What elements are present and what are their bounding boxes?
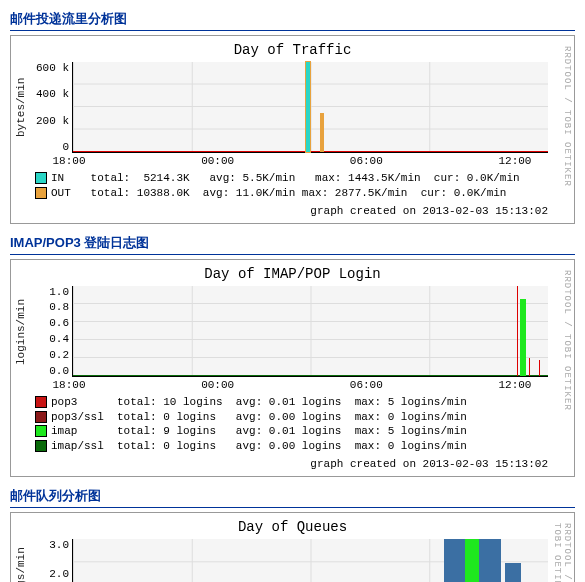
swatch-imap — [35, 425, 47, 437]
chart-footer: graph created on 2013-02-03 15:13:02 — [15, 458, 548, 470]
swatch-out — [35, 187, 47, 199]
swatch-pop3ssl — [35, 411, 47, 423]
swatch-imapssl — [35, 440, 47, 452]
plot-area-login — [72, 286, 548, 377]
section-heading-login: IMAP/POP3 登陆日志图 — [10, 234, 575, 255]
y-axis-label: bytes/min — [15, 62, 29, 153]
swatch-pop3 — [35, 396, 47, 408]
rrdtool-credit: RRDTOOL / TOBI OETIKER — [552, 523, 572, 582]
swatch-in — [35, 172, 47, 184]
legend-login: pop3 total: 10 logins avg: 0.01 logins m… — [35, 395, 570, 454]
chart-footer: graph created on 2013-02-03 15:13:02 — [15, 205, 548, 217]
rrdtool-credit: RRDTOOL / TOBI OETIKER — [562, 270, 572, 411]
y-axis-label: msgs/min — [15, 539, 29, 582]
y-axis-ticks: 3.0 2.0 1.0 — [29, 539, 72, 582]
rrdtool-credit: RRDTOOL / TOBI OETIKER — [562, 46, 572, 187]
chart-login: RRDTOOL / TOBI OETIKER Day of IMAP/POP L… — [10, 259, 575, 477]
plot-area-queues — [72, 539, 548, 582]
y-axis-ticks: 1.0 0.8 0.6 0.4 0.2 0.0 — [29, 286, 72, 377]
x-axis-ticks: 18:00 00:00 06:00 12:00 — [69, 377, 548, 391]
chart-traffic: RRDTOOL / TOBI OETIKER Day of Traffic by… — [10, 35, 575, 224]
chart-title: Day of IMAP/POP Login — [15, 266, 570, 282]
chart-title: Day of Queues — [15, 519, 570, 535]
chart-queues: RRDTOOL / TOBI OETIKER Day of Queues msg… — [10, 512, 575, 582]
legend-traffic: IN total: 5214.3K avg: 5.5K/min max: 144… — [35, 171, 570, 201]
section-heading-queues: 邮件队列分析图 — [10, 487, 575, 508]
x-axis-ticks: 18:00 00:00 06:00 12:00 — [69, 153, 548, 167]
chart-title: Day of Traffic — [15, 42, 570, 58]
y-axis-label: logins/min — [15, 286, 29, 377]
section-heading-traffic: 邮件投递流里分析图 — [10, 10, 575, 31]
plot-area-traffic — [72, 62, 548, 153]
y-axis-ticks: 600 k 400 k 200 k 0 — [29, 62, 72, 153]
